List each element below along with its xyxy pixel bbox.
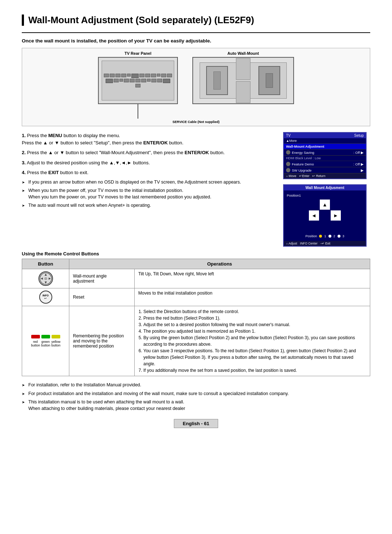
tv-menu-header-right: Setup [354,134,364,137]
table-row-directional: Wall-mount angleadjustment Tilt Up, Tilt… [22,269,370,288]
arrow-left-btn: ◄ [309,210,319,221]
arrow-empty-bl [309,221,319,231]
remote-buttons-section-title: Using the Remote Control Buttons [22,251,370,256]
sw-icon [286,168,290,172]
arrow-controls: ▲ ◄ ► [309,200,341,231]
arrow-right-btn: ► [331,210,341,221]
position-dot-2 [328,235,331,238]
button-cell-info: INFO ↩ [22,288,69,306]
cable-graphic [138,104,138,119]
footer-badge: English - 61 [174,419,219,428]
tv-menu-header-left: TV [286,134,291,137]
ops-cell-directional: Wall-mount angleadjustment [69,269,135,288]
tv-menu-row-hdmi: HDMI Black Level : Low [284,156,366,161]
table-header-operations: Operations [69,259,370,269]
note-3: The auto wall mount will not work when A… [22,202,276,209]
wall-adj-footer: ⬦ Adjust INFO Center -↵ Exit [284,241,366,246]
button-cell-color: redbutton greenbutton yellowbutton [22,306,69,376]
content-area: 1. Press the MENU button to display the … [22,132,370,247]
green-btn-label: greenbutton [41,340,50,347]
desc-cell-color: Select the Direction buttons of the remo… [135,306,370,376]
position-dots: Position 1 2 3 [305,234,344,238]
auto-wall-mount-label: Auto Wall-Mount [228,51,259,56]
button-cell-directional [22,269,69,288]
wall-adj-content: Position1 ▲ ◄ ► Position 1 [284,190,366,241]
green-btn-icon [41,335,50,338]
arrow-empty-tr [331,200,341,210]
operations-table: Button Operations Wall-mount anglea [22,259,370,376]
arrow-up-btn: ▲ [320,200,330,210]
tv-menu-row-more: ▲More [284,138,366,144]
feature-icon [286,162,290,166]
color-op-1: Select the Direction buttons of the remo… [143,308,366,315]
info-btn-icon: INFO ↩ [39,291,52,304]
page-title: Wall-Mount Adjustment (Sold separately) … [22,15,370,26]
color-op-3: Adjust the set to a desired position fol… [143,321,366,328]
arrow-empty-bm [320,221,330,231]
tv-menu-row-feature: Feature Demo : Off ▶ [284,161,366,167]
subtitle: Once the wall mount is installed, the po… [22,38,370,44]
ops-cell-info: Reset [69,288,135,306]
energy-icon [286,150,290,155]
wall-mount-graphic [192,57,294,104]
tv-rear-label: TV Rear Panel [124,51,151,56]
table-row-info: INFO ↩ Reset Moves to the initial instal… [22,288,370,306]
wall-adj-screenshot: Wall Mount Adjusment Position1 ▲ ◄ ► Pos… [283,184,367,247]
color-op-7: If you additionally move the set from a … [143,367,366,374]
auto-wall-mount-panel: Auto Wall-Mount [192,51,294,104]
yellow-btn-icon [52,335,60,338]
color-op-5: By using the green button (Select Positi… [143,334,366,348]
cable-label: SERVICE Cable (Not supplied) [172,120,219,124]
directional-pad-icon [38,271,53,286]
tv-menu-row-energy: Energy Saving : Off ▶ [284,149,366,156]
note-2: When you turn the power off, your TV mov… [22,188,276,200]
wall-adj-position: Position1 [287,193,301,197]
diagram-area: TV Rear Panel [22,48,370,126]
tv-menu-header: TV Setup [284,133,366,138]
instruction-3: 3. Adjust to the desired position using … [22,159,276,167]
color-op-4: The position you adjusted last is memori… [143,328,366,334]
screenshots-section: TV Setup ▲More Wall-Mount Adjustment Ene… [283,132,370,247]
table-header-button: Button [22,259,69,269]
yellow-btn-label: yellowbutton [52,340,60,347]
arrow-empty-tl [309,200,319,210]
bottom-note-1: For installation, refer to the Installat… [22,382,370,389]
tv-menu-footer: ⬦ Move ↵Enter ↩ Return [284,173,366,178]
desc-cell-directional: Tilt Up, Tilt Down, Move right, Move lef… [135,269,370,288]
tv-menu-screenshot: TV Setup ▲More Wall-Mount Adjustment Ene… [283,132,367,179]
red-btn-label: redbutton [31,340,40,347]
ops-cell-color: Remembering the position and moving to t… [69,306,135,376]
note-1: If you press an arrow button when no OSD… [22,179,276,186]
tv-menu-row-sw: SW Upgrade ▶ [284,167,366,173]
table-row-color: redbutton greenbutton yellowbutton Remem… [22,306,370,376]
position-dot-3 [338,235,340,238]
color-buttons-icons [26,335,65,338]
desc-cell-info: Moves to the initial installation positi… [135,288,370,306]
instruction-4: 4. Press the EXIT button to exit. [22,169,276,176]
instruction-1: 1. Press the MENU button to display the … [22,132,276,146]
color-op-6: You can save 3 respective positions. To … [143,348,366,367]
tv-menu-row-wall-mount: Wall-Mount Adjustment [284,144,366,149]
wall-adj-header: Wall Mount Adjusment [284,185,366,190]
color-op-2: Press the red button (Select Position 1)… [143,315,366,321]
tv-rear-graphic [98,57,178,104]
arrow-empty-center [320,210,330,221]
red-btn-icon [31,335,40,338]
tv-rear-panel: TV Rear Panel [98,51,178,119]
arrow-empty-br [331,221,341,231]
instructions-section: 1. Press the MENU button to display the … [22,132,276,247]
svg-point-5 [44,277,47,280]
instruction-2: 2. Press the ▲ or ▼ button to select "Wa… [22,149,276,156]
position-dot-1 [319,235,322,238]
color-ops-list: Select the Direction buttons of the remo… [138,308,366,374]
footer: English - 61 [22,419,370,428]
bottom-note-3: This installation manual is to be used w… [22,399,370,412]
color-btn-labels: redbutton greenbutton yellowbutton [26,340,65,347]
bottom-note-2: For product installation and the install… [22,391,370,397]
